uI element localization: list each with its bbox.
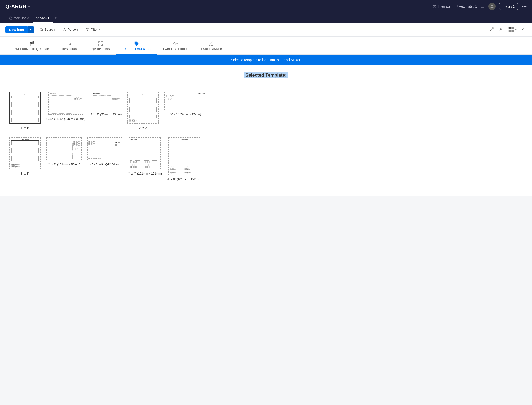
template-preview-3x3: ITEM_NAME %data_field_1_clm%; %data_fiel… [9, 137, 41, 169]
top-navigation: Q-ARGH ▾ Integrate Automate / 1 Invite /… [0, 0, 532, 13]
svg-point-2 [40, 28, 43, 30]
automate-icon [454, 5, 458, 8]
template-label-1x1: 1" x 1" [21, 126, 29, 130]
new-item-label: New item [9, 28, 24, 32]
template-label-4x2: 4" x 2" (101mm x 50mm) [48, 162, 80, 167]
selected-template-title: Selected Template: [244, 72, 289, 78]
svg-rect-24 [116, 145, 117, 146]
view-icon[interactable]: ▾ [506, 25, 518, 34]
ops-count-icon: # [69, 41, 72, 46]
template-label-3x1: 3" x 1" (76mm x 25mm) [170, 112, 201, 116]
svg-rect-7 [511, 27, 514, 29]
template-card-225x125[interactable]: ITEM_NAME %data_field_1_clm%; %data_fiel… [46, 92, 85, 121]
tab-label-settings[interactable]: LABEL SETTINGS [157, 39, 195, 55]
svg-rect-6 [509, 27, 511, 29]
template-card-2x1[interactable]: ITEM_NAME %data_field_1_clm%; %data_fiel… [91, 92, 122, 116]
template-card-4x2[interactable]: ITEM NAME %data_field_1_clm%; %data_fiel… [46, 137, 82, 167]
tmpl-dashed-2x1 [93, 95, 111, 109]
main-table-tab-label: Main Table [14, 16, 29, 20]
tab-welcome[interactable]: 🏴 WELCOME TO Q-ARGH! [9, 39, 55, 55]
new-item-group: New item ▾ [6, 26, 34, 34]
integrate-button[interactable]: Integrate [433, 5, 450, 8]
template-preview-1x1: ITEM_NAME [9, 92, 41, 124]
tmpl-fields-4x2: %data_field_1_clm%; %data_field_1% %data… [73, 141, 80, 159]
filter-icon [86, 28, 89, 31]
tmpl-qr-fields-4x2qr: %data_field_2 clm%; %data_field_2 q% [88, 158, 121, 159]
template-label-225x125: 2.25" x 1.25" (57mm x 32mm) [46, 117, 85, 121]
tab-main-table[interactable]: Main Table [6, 13, 33, 23]
search-button[interactable]: Search [38, 26, 57, 33]
tmpl-dashed-area-1x1 [11, 96, 39, 122]
template-label-2x1: 2" x 1" (50mm x 25mm) [91, 112, 122, 116]
tmpl-dashed-4x4 [130, 141, 159, 161]
label-settings-label: LABEL SETTINGS [163, 47, 188, 51]
template-label-4x6: 4" x 6" (101mm x 152mm) [167, 177, 201, 181]
tmpl-dashed-3x3 [11, 141, 39, 163]
tmpl-dashed-225 [50, 95, 73, 114]
person-button[interactable]: Person [60, 26, 80, 33]
template-label-4x4: 4" x 4" (101mm x 101mm) [128, 172, 162, 176]
template-card-4x4[interactable]: ITEM_NAME %data_field_1_clm%;%data_field… [128, 137, 162, 176]
integrate-icon [433, 5, 436, 8]
template-preview-4x4: ITEM_NAME %data_field_1_clm%;%data_field… [129, 137, 161, 169]
tab-label-templates[interactable]: LABEL TEMPLATES [116, 39, 157, 55]
svg-rect-8 [509, 30, 511, 32]
tmpl-fields-3x1: %data_field_1_clm%; %data_field_1% %data… [166, 95, 205, 109]
templates-area: Selected Template: ITEM_NAME 1" x 1" ITE… [0, 65, 532, 196]
label-templates-icon [134, 41, 139, 46]
svg-rect-20 [116, 142, 117, 143]
home-icon [9, 16, 12, 20]
filter-label: Filter [91, 28, 98, 31]
template-preview-2x2: ITEM_NAME %data_field_1_clm%; %data_fiel… [127, 92, 159, 124]
tab-bar: Main Table Q-ARGH + [0, 13, 532, 23]
svg-point-18 [175, 43, 177, 44]
automate-label: Automate / 1 [459, 5, 477, 8]
templates-row-2: ITEM_NAME %data_field_1_clm%; %data_fiel… [9, 137, 523, 181]
template-card-3x3[interactable]: ITEM_NAME %data_field_1_clm%; %data_fiel… [9, 137, 41, 176]
svg-marker-4 [86, 28, 89, 31]
automate-button[interactable]: Automate / 1 [454, 5, 477, 8]
tab-ops-count[interactable]: # OPS COUNT [55, 40, 85, 55]
expand-icon[interactable] [488, 26, 495, 34]
label-settings-icon [173, 41, 178, 46]
settings-icon[interactable] [498, 26, 504, 34]
svg-point-1 [491, 5, 493, 6]
tab-label-maker[interactable]: LABEL MAKER [195, 39, 229, 55]
template-card-1x1[interactable]: ITEM_NAME 1" x 1" [9, 92, 41, 130]
filter-button[interactable]: Filter ▾ [84, 26, 103, 33]
template-card-4x2qr[interactable]: ITEM NAME %data_field_1_clm%; %data_fiel… [87, 137, 122, 167]
more-options-button[interactable]: ••• [522, 4, 526, 9]
svg-rect-10 [99, 42, 100, 43]
invite-button[interactable]: Invite / 1 [499, 3, 518, 10]
template-card-4x6[interactable]: ITEM_NAME %data_field_1_clm%;%data_field… [167, 137, 201, 181]
tab-q-argh[interactable]: Q-ARGH [33, 13, 53, 23]
tab-qr-options[interactable]: QR OPTIONS [85, 39, 116, 55]
template-preview-225x125: ITEM_NAME %data_field_1_clm%; %data_fiel… [48, 92, 83, 115]
top-nav-actions: Integrate Automate / 1 Invite / 1 ••• [433, 3, 526, 10]
collapse-icon[interactable] [520, 26, 526, 33]
svg-rect-11 [101, 42, 103, 43]
chat-icon [481, 4, 485, 8]
template-label-3x3: 3" x 3" [21, 172, 29, 176]
integrate-label: Integrate [438, 5, 450, 8]
tmpl-name-4x6: ITEM_NAME [170, 139, 199, 140]
svg-rect-0 [454, 5, 457, 7]
tmpl-item-name-1x1: ITEM_NAME [11, 93, 39, 95]
template-label-4x2qr: 4" x 2" with QR Values [90, 162, 120, 167]
new-item-dropdown-button[interactable]: ▾ [28, 26, 34, 34]
template-card-2x2[interactable]: ITEM_NAME %data_field_1_clm%; %data_fiel… [127, 92, 159, 130]
filter-dropdown-arrow: ▾ [99, 28, 100, 31]
add-tab-button[interactable]: + [53, 15, 59, 20]
tmpl-fields-4x4: %data_field_1_clm%;%data_field_1% %data_… [130, 161, 159, 168]
app-tabs-bar: 🏴 WELCOME TO Q-ARGH! # OPS COUNT QR OPTI… [0, 37, 532, 55]
new-item-button[interactable]: New item [6, 26, 28, 34]
tmpl-name-4x2qr: ITEM NAME [88, 139, 121, 140]
template-card-3x1[interactable]: ITEM_NAME %data_field_1_clm%; %data_fiel… [164, 92, 206, 116]
user-avatar[interactable] [488, 3, 496, 10]
app-dropdown-icon[interactable]: ▾ [28, 5, 30, 8]
search-icon [40, 28, 43, 31]
svg-rect-16 [102, 45, 103, 46]
tmpl-name-225: ITEM_NAME [50, 93, 82, 95]
chat-button[interactable] [481, 4, 485, 8]
qr-options-label: QR OPTIONS [92, 47, 110, 51]
